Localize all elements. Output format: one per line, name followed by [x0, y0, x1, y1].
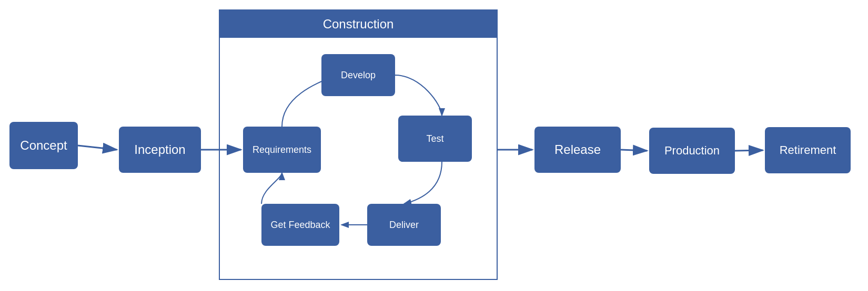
test-box: Test — [398, 116, 472, 162]
get-feedback-box: Get Feedback — [261, 204, 339, 246]
production-box: Production — [649, 128, 735, 174]
inception-box: Inception — [119, 127, 201, 173]
retirement-box: Retirement — [765, 127, 851, 173]
requirements-box: Requirements — [243, 127, 321, 173]
develop-box: Develop — [321, 54, 395, 96]
svg-line-6 — [621, 150, 647, 151]
construction-header: Construction — [220, 11, 497, 38]
release-box: Release — [534, 127, 621, 173]
diagram: Construction — [0, 0, 868, 291]
deliver-box: Deliver — [367, 204, 441, 246]
concept-box: Concept — [9, 122, 78, 169]
svg-line-7 — [735, 150, 763, 151]
svg-line-2 — [78, 146, 117, 150]
